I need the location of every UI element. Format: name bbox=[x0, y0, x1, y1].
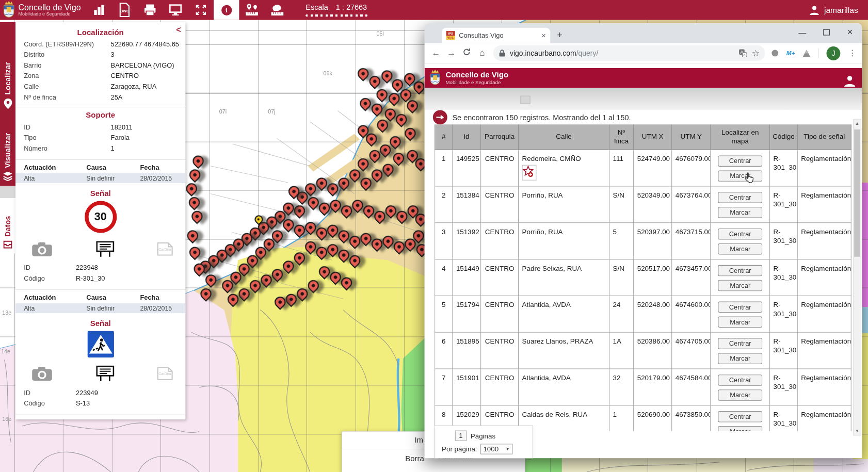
url-path: /query/ bbox=[576, 49, 599, 57]
reload-button[interactable] bbox=[459, 47, 474, 58]
measure-eraser-icon bbox=[270, 3, 285, 17]
cell-finca: 111 bbox=[609, 150, 634, 186]
cell-finca: S/N bbox=[609, 186, 634, 223]
centrar-button[interactable]: Centrar bbox=[718, 375, 762, 385]
screen-view-button[interactable] bbox=[163, 0, 188, 20]
history-cell: Sin definir bbox=[86, 175, 140, 182]
back-button[interactable]: ← bbox=[428, 48, 443, 58]
tab-close-icon[interactable]: × bbox=[541, 31, 546, 40]
home-button[interactable]: ⌂ bbox=[474, 48, 490, 58]
forward-button[interactable]: → bbox=[443, 48, 459, 58]
sidebar-tab-localizar[interactable]: Localizar bbox=[0, 22, 15, 114]
per-page-select[interactable]: 1000 ▼ bbox=[480, 444, 512, 454]
imprimir-button-fragment[interactable]: Im bbox=[414, 435, 423, 444]
speed-limit-30-sign: 30 bbox=[85, 201, 117, 233]
pagination-panel: 1 Páginas Por página: 1000 ▼ bbox=[435, 426, 533, 458]
page-user-icon[interactable] bbox=[843, 74, 857, 90]
dwg-export-button[interactable]: DWG bbox=[112, 0, 137, 20]
sign-panel-icon[interactable] bbox=[95, 240, 114, 257]
senal-1-history-table: ActuaciónCausaFechaAltaSin definir28/02/… bbox=[15, 289, 185, 313]
field-label: Número bbox=[24, 144, 110, 152]
fullscreen-button[interactable] bbox=[188, 0, 214, 20]
bookmark-star-icon[interactable]: ☆ bbox=[752, 48, 760, 58]
centrar-button[interactable]: Centrar bbox=[718, 192, 762, 203]
soporte-history-table: ActuaciónCausaFechaAltaSin definir28/02/… bbox=[15, 159, 185, 183]
marcar-button[interactable]: Marcar bbox=[718, 317, 762, 328]
sign-panel-icon[interactable] bbox=[95, 365, 114, 382]
collapse-panel-button[interactable]: < bbox=[176, 25, 181, 34]
marcar-button[interactable]: Marcar bbox=[718, 280, 762, 291]
cell-codigo: R-301_30 bbox=[770, 223, 798, 259]
scroll-up-arrow[interactable]: ▲ bbox=[854, 120, 861, 128]
cell-codigo: R-301_30 bbox=[770, 405, 798, 431]
browser-menu-icon[interactable]: ⋮ bbox=[848, 48, 856, 58]
cardim-icon[interactable]: CarDim bbox=[157, 241, 173, 256]
cell-utmy: 4673850.00 bbox=[672, 405, 711, 431]
camera-icon[interactable] bbox=[31, 240, 53, 257]
sidebar-tab-datos[interactable]: Datos bbox=[0, 198, 15, 253]
movistar-extension-icon[interactable]: M+ bbox=[786, 50, 795, 57]
marcar-button[interactable]: Marcar bbox=[718, 243, 762, 254]
marcar-button[interactable]: Marcar bbox=[718, 353, 762, 364]
measure-pins-icon bbox=[245, 3, 259, 17]
page-scrollbar[interactable]: ▲ ▼ bbox=[853, 119, 861, 436]
marcar-button[interactable]: Marcar bbox=[718, 170, 762, 181]
cell-num: 6 bbox=[435, 332, 453, 369]
user-menu[interactable]: jamarillas bbox=[809, 5, 858, 15]
new-tab-button[interactable]: + bbox=[557, 30, 562, 40]
scroll-down-arrow[interactable]: ▼ bbox=[854, 427, 861, 435]
translate-icon[interactable]: Aa bbox=[738, 48, 747, 57]
print-button[interactable] bbox=[137, 0, 163, 20]
measure-clear-button[interactable] bbox=[265, 0, 290, 20]
field-value: R-301_30 bbox=[76, 275, 105, 283]
field-label: Zona bbox=[24, 72, 110, 80]
field-label: Código bbox=[24, 275, 76, 283]
centrar-button[interactable]: Centrar bbox=[718, 265, 762, 276]
cell-parroquia: CENTRO bbox=[481, 332, 519, 369]
sidebar-tab-visualizar[interactable]: Visualizar bbox=[0, 114, 15, 186]
centrar-button[interactable]: Centrar bbox=[718, 155, 762, 166]
results-table: #idParroquiaCalleNº fincaUTM XUTM YLocal… bbox=[435, 124, 851, 431]
window-maximize-button[interactable] bbox=[814, 23, 838, 41]
measure-distance-button[interactable] bbox=[239, 0, 265, 20]
history-cell: Sin definir bbox=[86, 305, 140, 312]
svg-text:CarDim: CarDim bbox=[158, 372, 171, 376]
centrar-button[interactable]: Centrar bbox=[718, 229, 762, 239]
window-minimize-button[interactable]: — bbox=[791, 23, 814, 41]
marcar-button[interactable]: Marcar bbox=[718, 426, 762, 431]
marcar-button[interactable]: Marcar bbox=[718, 389, 762, 400]
camera-icon[interactable] bbox=[31, 365, 53, 382]
ips-vial-favicon: IPS VIAL bbox=[446, 31, 455, 40]
extension-circle-icon[interactable] bbox=[772, 50, 779, 57]
page-number-input[interactable]: 1 bbox=[455, 431, 467, 441]
stats-button[interactable] bbox=[86, 0, 111, 20]
borrar-button-fragment[interactable]: Borra bbox=[405, 454, 424, 463]
cell-tipo: Reglamentación bbox=[797, 405, 851, 431]
centrar-button[interactable]: Centrar bbox=[718, 302, 762, 313]
info-button[interactable]: i bbox=[214, 0, 239, 20]
table-row: 3151392CENTROPorriño, RUA5520397.0046737… bbox=[435, 223, 851, 259]
cell-parroquia: CENTRO bbox=[481, 186, 519, 223]
browser-tab[interactable]: IPS VIAL Consultas Vigo × bbox=[442, 28, 550, 43]
centrar-button[interactable]: Centrar bbox=[718, 338, 762, 349]
localizacion-fields: Coord. (ETRS89/H29N)522690.77 4674845.65… bbox=[15, 39, 185, 102]
url-input[interactable]: vigo.incaurbano.com/query/ Aa ☆ bbox=[493, 45, 765, 61]
cell-utmy: 4673715.00 bbox=[672, 223, 711, 259]
browser-titlebar[interactable]: IPS VIAL Consultas Vigo × + — × bbox=[425, 23, 862, 43]
cell-tipo: Reglamentación bbox=[797, 369, 851, 405]
favorite-add-icon[interactable] bbox=[522, 165, 537, 181]
field-row: CódigoS-13 bbox=[15, 398, 185, 409]
window-close-button[interactable]: × bbox=[838, 23, 862, 41]
reload-icon bbox=[462, 47, 471, 56]
result-arrow-icon bbox=[433, 110, 447, 124]
profile-avatar[interactable]: J bbox=[827, 46, 841, 60]
cell-localizar-actions: CentrarMarcar bbox=[711, 186, 770, 223]
app-subtitle: Mobilidade e Seguridade bbox=[18, 12, 81, 17]
history-col-header: Fecha bbox=[140, 418, 185, 419]
column-header: # bbox=[435, 125, 453, 150]
centrar-button[interactable]: Centrar bbox=[718, 411, 762, 422]
scrollbar-thumb[interactable] bbox=[854, 129, 860, 257]
marcar-button[interactable]: Marcar bbox=[718, 207, 762, 218]
drive-extension-icon[interactable] bbox=[802, 50, 810, 57]
cardim-icon[interactable]: CarDim bbox=[157, 366, 173, 381]
